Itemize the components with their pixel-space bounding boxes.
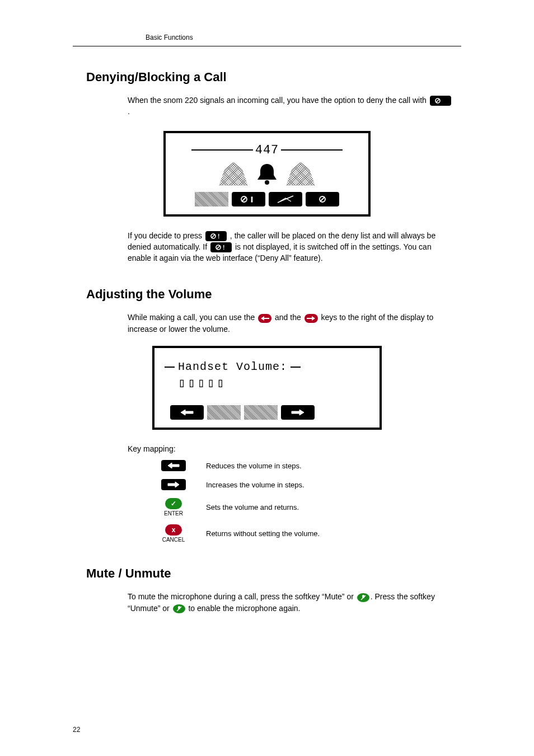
bell-icon	[254, 161, 280, 187]
svg-marker-14	[261, 316, 269, 321]
table-row: ✓ ENTER Sets the volume and returns.	[157, 498, 461, 516]
svg-marker-18	[168, 463, 179, 468]
svg-marker-16	[181, 410, 193, 415]
softkey-slot	[244, 405, 278, 420]
softkey-mute-icon[interactable]	[269, 192, 302, 206]
lcd-incoming-call: 447 !	[163, 131, 371, 217]
svg-line-4	[242, 197, 246, 201]
key-desc: Returns without setting the volume.	[206, 529, 320, 538]
text: If you decide to press	[128, 231, 204, 240]
text: and the	[275, 313, 303, 322]
lcd-caller-number: 447	[255, 143, 279, 157]
text: To mute the microphone during a call, pr…	[128, 592, 356, 601]
text: to enable the microphone again.	[188, 604, 300, 613]
softkey-deny-bang[interactable]: !	[232, 192, 265, 206]
key-mapping-label: Key mapping:	[128, 444, 176, 453]
mute-button-icon	[357, 593, 369, 602]
rocker-right-icon	[305, 314, 318, 323]
svg-text:!: !	[218, 233, 219, 240]
cancel-button-icon: x	[165, 524, 182, 536]
key-label: ENTER	[157, 510, 190, 516]
deny-paragraph-2: If you decide to press ! , the caller wi…	[128, 230, 456, 264]
page-number: 22	[73, 726, 80, 734]
deny-bang-key-icon: !	[205, 231, 227, 241]
text: While making a call, you can use the	[128, 313, 257, 322]
text: When the snom 220 signals an incoming ca…	[128, 96, 429, 105]
table-row: Reduces the volume in steps.	[157, 460, 461, 471]
confetti-right-icon	[286, 162, 315, 186]
rocker-left-icon	[258, 314, 271, 323]
key-desc: Reduces the volume in steps.	[206, 462, 302, 470]
svg-line-12	[217, 246, 220, 249]
deny-paragraph-1: When the snom 220 signals an incoming ca…	[128, 95, 456, 118]
softkey-vol-down[interactable]	[170, 405, 204, 420]
key-desc: Sets the volume and returns.	[206, 503, 299, 511]
lcd-volume-title: Handset Volume:	[178, 360, 287, 373]
deny-key-icon	[430, 96, 451, 106]
arrow-left-icon	[161, 460, 186, 471]
text: .	[128, 107, 130, 116]
key-mapping-table: Reduces the volume in steps. Increases t…	[157, 460, 461, 543]
svg-line-9	[212, 234, 215, 238]
arrow-right-icon	[161, 479, 186, 490]
key-label: CANCEL	[157, 537, 190, 543]
softkey-deny[interactable]	[306, 192, 339, 206]
svg-text:!: !	[251, 196, 253, 204]
key-desc: Increases the volume in steps.	[206, 481, 305, 489]
volume-level-blocks: ▯▯▯▯▯	[178, 375, 369, 391]
svg-marker-19	[168, 482, 179, 487]
table-row: Increases the volume in steps.	[157, 479, 461, 490]
svg-point-2	[265, 180, 269, 185]
table-row: x CANCEL Returns without setting the vol…	[157, 524, 461, 543]
lcd-volume: Handset Volume: ▯▯▯▯▯	[152, 346, 382, 430]
softkey-vol-up[interactable]	[281, 405, 315, 420]
volume-paragraph: While making a call, you can use the and…	[128, 312, 456, 335]
deny-bang-key-icon: !	[210, 242, 232, 252]
softkey-slot	[195, 192, 228, 206]
softkey-slot	[207, 405, 241, 420]
svg-line-1	[436, 99, 439, 102]
heading-adjust-volume: Adjusting the Volume	[86, 287, 461, 302]
heading-mute-unmute: Mute / Unmute	[86, 566, 461, 581]
svg-line-7	[320, 197, 325, 201]
svg-text:!: !	[223, 245, 224, 251]
heading-deny-block: Denying/Blocking a Call	[86, 70, 461, 84]
confetti-left-icon	[219, 162, 248, 186]
svg-marker-17	[292, 410, 304, 415]
enter-button-icon: ✓	[165, 498, 182, 509]
svg-marker-15	[307, 316, 315, 321]
mute-paragraph: To mute the microphone during a call, pr…	[128, 591, 456, 614]
page-header: Basic Functions	[73, 34, 461, 46]
mute-button-icon	[173, 604, 185, 613]
